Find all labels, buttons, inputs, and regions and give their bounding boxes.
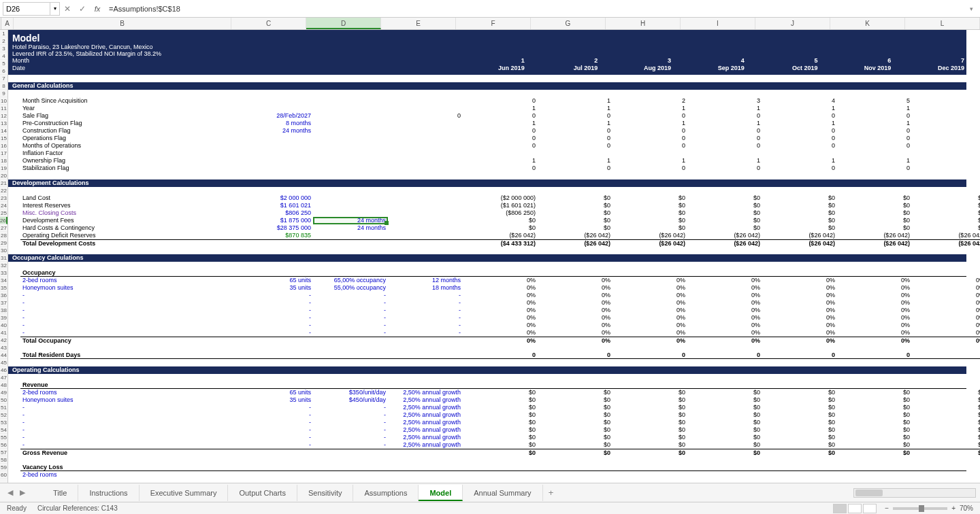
cell[interactable] bbox=[388, 449, 463, 456]
cell[interactable]: ($26 042) bbox=[463, 232, 538, 239]
cell[interactable] bbox=[8, 209, 20, 217]
cell[interactable]: $0 bbox=[912, 217, 980, 224]
row-header-10[interactable]: 10 bbox=[0, 97, 7, 105]
cell[interactable]: ($26 042) bbox=[837, 239, 912, 247]
cell[interactable]: 0% bbox=[612, 337, 687, 344]
cell[interactable]: Interest Reserves bbox=[20, 202, 238, 209]
cell[interactable] bbox=[388, 142, 463, 150]
cell[interactable]: - bbox=[313, 307, 388, 314]
cell[interactable]: - bbox=[20, 307, 238, 314]
cell[interactable]: $0 bbox=[762, 404, 837, 411]
column-header-F[interactable]: F bbox=[456, 18, 531, 29]
cell[interactable] bbox=[8, 105, 20, 112]
cell[interactable]: $0 bbox=[762, 434, 837, 441]
row-header-42[interactable]: 42 bbox=[0, 337, 7, 344]
cell[interactable]: - bbox=[238, 314, 313, 322]
cell[interactable]: 0 bbox=[837, 142, 912, 150]
row-header-53[interactable]: 53 bbox=[0, 419, 7, 426]
cell[interactable]: $0 bbox=[538, 449, 612, 456]
cell[interactable]: 0% bbox=[687, 307, 762, 314]
cell[interactable]: 0% bbox=[687, 292, 762, 299]
row-header-12[interactable]: 12 bbox=[0, 112, 7, 120]
row-header-45[interactable]: 45 bbox=[0, 359, 7, 366]
cell[interactable] bbox=[313, 239, 388, 247]
cell[interactable] bbox=[8, 299, 20, 307]
cell[interactable]: 1 bbox=[687, 120, 762, 127]
cell[interactable] bbox=[8, 120, 20, 127]
cell[interactable] bbox=[463, 150, 538, 157]
cell[interactable] bbox=[238, 165, 313, 172]
cell[interactable]: 0 bbox=[612, 112, 687, 120]
zoom-slider[interactable] bbox=[893, 507, 947, 510]
cell[interactable] bbox=[388, 135, 463, 142]
cell[interactable]: 2,50% annual growth bbox=[388, 419, 463, 426]
cell[interactable] bbox=[8, 97, 20, 105]
cell[interactable] bbox=[912, 150, 980, 157]
sheet-tab-output-charts[interactable]: Output Charts bbox=[228, 485, 297, 501]
cell[interactable]: - bbox=[313, 299, 388, 307]
cell[interactable] bbox=[313, 449, 388, 456]
cell[interactable] bbox=[388, 224, 463, 232]
cell[interactable] bbox=[313, 352, 388, 359]
cell[interactable]: $0 bbox=[912, 426, 980, 434]
row-header-39[interactable]: 39 bbox=[0, 314, 7, 322]
cell[interactable]: 0 bbox=[912, 127, 980, 135]
cell[interactable]: 0% bbox=[463, 314, 538, 322]
cell[interactable] bbox=[8, 352, 20, 359]
cell[interactable]: - bbox=[20, 292, 238, 299]
cell[interactable] bbox=[8, 464, 20, 471]
sheet-tab-title[interactable]: Title bbox=[42, 485, 78, 501]
cell[interactable] bbox=[8, 157, 20, 165]
cell[interactable]: $0 bbox=[762, 202, 837, 209]
cell[interactable] bbox=[238, 352, 313, 359]
cell[interactable] bbox=[388, 157, 463, 165]
row-header-54[interactable]: 54 bbox=[0, 426, 7, 434]
cell[interactable]: $0 bbox=[762, 224, 837, 232]
row-header-51[interactable]: 51 bbox=[0, 404, 7, 411]
cell[interactable]: $0 bbox=[687, 441, 762, 449]
cell[interactable]: 2,50% annual growth bbox=[388, 434, 463, 441]
cell[interactable]: $0 bbox=[837, 449, 912, 456]
cell[interactable]: 0% bbox=[612, 329, 687, 337]
cancel-icon[interactable]: ✕ bbox=[60, 2, 75, 16]
cell[interactable] bbox=[238, 142, 313, 150]
cell[interactable]: 0% bbox=[762, 314, 837, 322]
cell[interactable]: - bbox=[313, 426, 388, 434]
cell[interactable]: 2,50% annual growth bbox=[388, 411, 463, 419]
cell[interactable]: $450/unit/day bbox=[313, 396, 388, 404]
cell[interactable]: 1 bbox=[837, 105, 912, 112]
cell[interactable]: $0 bbox=[463, 224, 538, 232]
cell[interactable] bbox=[8, 277, 20, 284]
column-header-E[interactable]: E bbox=[381, 18, 456, 29]
cell[interactable]: 0% bbox=[687, 314, 762, 322]
cell[interactable]: - bbox=[313, 441, 388, 449]
cell[interactable]: $0 bbox=[687, 419, 762, 426]
row-header-1[interactable]: 1 bbox=[0, 30, 7, 37]
cell[interactable]: - bbox=[238, 329, 313, 337]
cell[interactable]: 0% bbox=[538, 314, 612, 322]
cell[interactable]: $0 bbox=[912, 396, 980, 404]
cell[interactable]: 0 bbox=[837, 352, 912, 359]
cell[interactable] bbox=[238, 97, 313, 105]
cell[interactable] bbox=[388, 165, 463, 172]
cell[interactable]: - bbox=[238, 426, 313, 434]
cell[interactable] bbox=[8, 411, 20, 419]
cell[interactable]: 0 bbox=[687, 165, 762, 172]
row-header-9[interactable]: 9 bbox=[0, 90, 7, 97]
cell[interactable]: - bbox=[238, 404, 313, 411]
cell[interactable]: 0% bbox=[912, 299, 980, 307]
cell[interactable]: Honeymoon suites bbox=[20, 284, 238, 292]
cell[interactable]: 0% bbox=[463, 337, 538, 344]
cell[interactable]: Development Fees bbox=[20, 217, 238, 224]
cell[interactable]: $0 bbox=[912, 434, 980, 441]
cell[interactable] bbox=[8, 150, 20, 157]
cell[interactable] bbox=[8, 426, 20, 434]
cell[interactable]: 0% bbox=[837, 292, 912, 299]
cell[interactable]: Inflation Factor bbox=[20, 150, 238, 157]
cell[interactable]: $0 bbox=[912, 419, 980, 426]
cell[interactable]: - bbox=[20, 411, 238, 419]
cell[interactable]: $0 bbox=[912, 202, 980, 209]
cell[interactable] bbox=[8, 217, 20, 224]
cell[interactable] bbox=[8, 135, 20, 142]
cell[interactable]: 0 bbox=[762, 112, 837, 120]
